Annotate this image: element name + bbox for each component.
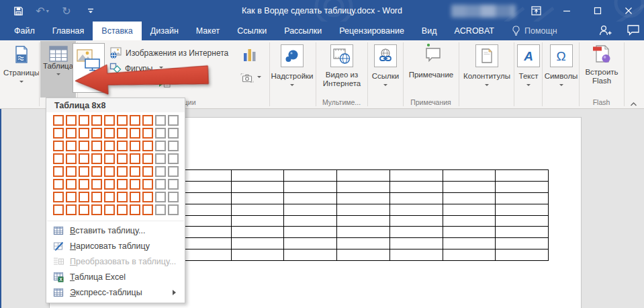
grid-cell[interactable] — [79, 128, 89, 139]
redo-button[interactable]: ↻ — [59, 3, 74, 19]
grid-cell[interactable] — [91, 192, 102, 202]
online-pictures-button[interactable]: Изображения из Интернета — [109, 47, 228, 59]
draw-table-menu-item[interactable]: Нарисовать таблицу — [46, 238, 185, 254]
tab-file[interactable]: Файл — [5, 22, 44, 40]
maximize-button[interactable] — [582, 0, 613, 22]
grid-cell[interactable] — [130, 192, 140, 202]
grid-cell[interactable] — [168, 128, 179, 139]
grid-cell[interactable] — [155, 153, 166, 164]
doc-table-cell[interactable] — [496, 192, 549, 204]
doc-table-cell[interactable] — [337, 192, 390, 204]
grid-cell[interactable] — [104, 128, 115, 139]
feedback-button[interactable] — [627, 24, 640, 38]
doc-table-cell[interactable] — [231, 181, 284, 192]
grid-cell[interactable] — [66, 153, 77, 164]
doc-table-cell[interactable] — [178, 238, 231, 249]
doc-table-cell[interactable] — [231, 170, 284, 182]
grid-cell[interactable] — [53, 141, 64, 151]
online-video-button[interactable]: Видео из Интернета — [317, 42, 367, 88]
tab-view[interactable]: Вид — [413, 22, 446, 40]
grid-cell[interactable] — [155, 141, 166, 151]
grid-cell[interactable] — [142, 166, 153, 177]
tab-review[interactable]: Рецензирование — [330, 22, 413, 40]
grid-cell[interactable] — [142, 128, 153, 139]
grid-cell[interactable] — [66, 166, 77, 177]
grid-cell[interactable] — [117, 166, 128, 177]
doc-table-cell[interactable] — [178, 181, 231, 192]
grid-cell[interactable] — [155, 128, 166, 139]
doc-table-cell[interactable] — [284, 192, 337, 204]
grid-cell[interactable] — [79, 153, 89, 164]
grid-cell[interactable] — [79, 141, 89, 151]
insert-table-menu-item[interactable]: Вставить таблицу... — [46, 223, 185, 238]
doc-table-cell[interactable] — [178, 204, 231, 215]
grid-cell[interactable] — [155, 166, 166, 177]
doc-table-cell[interactable] — [231, 204, 284, 215]
grid-cell[interactable] — [130, 179, 140, 190]
doc-table-cell[interactable] — [284, 204, 337, 215]
grid-cell[interactable] — [117, 204, 128, 215]
grid-cell[interactable] — [142, 153, 153, 164]
grid-cell[interactable] — [66, 192, 77, 202]
tab-design[interactable]: Дизайн — [142, 22, 187, 40]
addins-button[interactable]: Надстройки — [271, 42, 314, 88]
doc-table-cell[interactable] — [231, 249, 284, 261]
grid-cell[interactable] — [53, 115, 64, 126]
collapse-ribbon-button[interactable] — [630, 100, 637, 109]
doc-table-cell[interactable] — [178, 170, 231, 182]
doc-table-cell[interactable] — [284, 215, 337, 227]
undo-button[interactable]: ↶ ▾ — [35, 3, 50, 19]
doc-table-cell[interactable] — [389, 181, 443, 192]
grid-cell[interactable] — [53, 166, 64, 177]
doc-table-cell[interactable] — [496, 249, 549, 261]
grid-cell[interactable] — [66, 179, 77, 190]
doc-table-cell[interactable] — [284, 238, 337, 249]
header-footer-button[interactable]: Колонтитулы — [461, 42, 513, 88]
grid-cell[interactable] — [91, 141, 102, 151]
grid-cell[interactable] — [91, 115, 102, 126]
doc-table-cell[interactable] — [231, 238, 284, 249]
minimize-button[interactable] — [551, 0, 582, 22]
document-table[interactable] — [125, 169, 549, 261]
grid-cell[interactable] — [53, 153, 64, 164]
grid-cell[interactable] — [53, 204, 64, 215]
grid-cell[interactable] — [168, 192, 179, 202]
doc-table-cell[interactable] — [443, 181, 496, 192]
doc-table-cell[interactable] — [231, 192, 284, 204]
grid-cell[interactable] — [155, 192, 166, 202]
grid-cell[interactable] — [91, 204, 102, 215]
grid-cell[interactable] — [66, 115, 77, 126]
doc-table-cell[interactable] — [443, 249, 496, 261]
grid-cell[interactable] — [91, 179, 102, 190]
grid-cell[interactable] — [130, 115, 140, 126]
grid-cell[interactable] — [104, 115, 115, 126]
grid-cell[interactable] — [104, 153, 115, 164]
tab-layout[interactable]: Макет — [187, 22, 228, 40]
doc-table-cell[interactable] — [337, 227, 390, 238]
grid-cell[interactable] — [168, 115, 179, 126]
table-button[interactable]: Таблица — [40, 41, 76, 98]
grid-cell[interactable] — [104, 141, 115, 151]
grid-cell[interactable] — [142, 204, 153, 215]
quick-tables-menu-item[interactable]: Экспресс-таблицы — [46, 284, 185, 300]
tab-insert[interactable]: Вставка — [93, 22, 141, 40]
doc-table-cell[interactable] — [389, 192, 443, 204]
doc-table-cell[interactable] — [443, 238, 496, 249]
screenshot-button[interactable] — [240, 73, 261, 83]
grid-cell[interactable] — [130, 128, 140, 139]
doc-table-cell[interactable] — [178, 215, 231, 227]
doc-table-cell[interactable] — [178, 192, 231, 204]
customize-qat-button[interactable] — [83, 3, 98, 19]
sign-in-button[interactable] — [598, 24, 612, 38]
doc-table-cell[interactable] — [231, 227, 284, 238]
excel-table-menu-item[interactable]: X Таблица Excel — [46, 269, 185, 284]
doc-table-cell[interactable] — [443, 170, 496, 182]
links-button[interactable]: Ссылки — [369, 42, 402, 88]
doc-table-cell[interactable] — [496, 181, 549, 192]
grid-cell[interactable] — [104, 166, 115, 177]
grid-cell[interactable] — [66, 141, 77, 151]
ribbon-display-options-button[interactable] — [520, 0, 551, 22]
doc-table-cell[interactable] — [284, 227, 337, 238]
grid-cell[interactable] — [53, 128, 64, 139]
grid-cell[interactable] — [130, 153, 140, 164]
